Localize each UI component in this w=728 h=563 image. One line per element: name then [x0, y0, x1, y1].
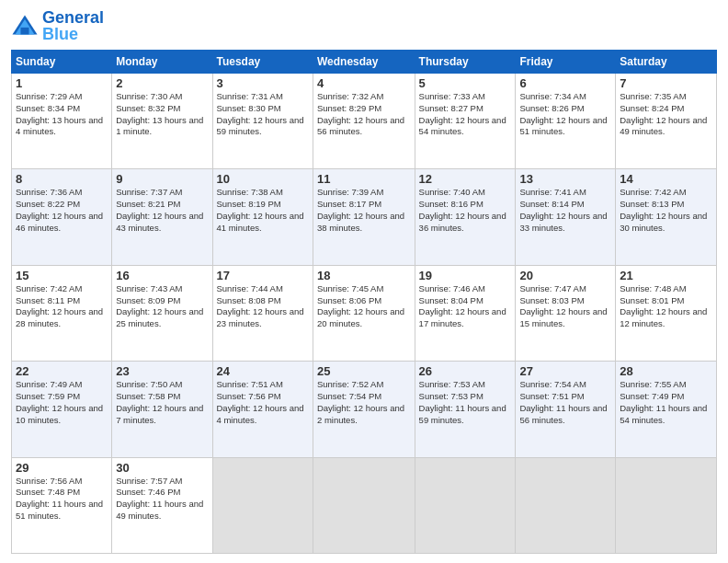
col-monday: Monday — [112, 51, 212, 74]
day-info: Sunrise: 7:32 AMSunset: 8:29 PMDaylight:… — [317, 91, 411, 138]
col-saturday: Saturday — [616, 51, 717, 74]
day-info: Sunrise: 7:56 AMSunset: 7:48 PMDaylight:… — [16, 476, 108, 523]
day-number: 23 — [116, 364, 208, 378]
calendar-day-cell: 24Sunrise: 7:51 AMSunset: 7:56 PMDayligh… — [212, 362, 313, 457]
calendar-day-cell: 27Sunrise: 7:54 AMSunset: 7:51 PMDayligh… — [516, 362, 616, 457]
logo: GeneralBlue — [11, 9, 104, 42]
calendar-day-cell: 15Sunrise: 7:42 AMSunset: 8:11 PMDayligh… — [12, 265, 112, 361]
calendar-day-cell: 8Sunrise: 7:36 AMSunset: 8:22 PMDaylight… — [12, 169, 112, 265]
day-info: Sunrise: 7:50 AMSunset: 7:58 PMDaylight:… — [116, 379, 208, 426]
day-number: 27 — [519, 364, 611, 378]
day-number: 10 — [217, 172, 309, 186]
calendar-day-cell — [313, 457, 415, 553]
logo-text: GeneralBlue — [42, 9, 104, 42]
day-info: Sunrise: 7:47 AMSunset: 8:03 PMDaylight:… — [519, 283, 611, 330]
day-number: 17 — [217, 269, 309, 282]
day-info: Sunrise: 7:52 AMSunset: 7:54 PMDaylight:… — [317, 379, 411, 426]
day-number: 1 — [16, 76, 108, 90]
day-number: 30 — [116, 461, 208, 475]
calendar-table: Sunday Monday Tuesday Wednesday Thursday… — [11, 50, 717, 554]
calendar-day-cell: 6Sunrise: 7:34 AMSunset: 8:26 PMDaylight… — [516, 74, 616, 169]
day-info: Sunrise: 7:53 AMSunset: 7:53 PMDaylight:… — [419, 379, 512, 426]
calendar-header-row: Sunday Monday Tuesday Wednesday Thursday… — [12, 51, 717, 74]
calendar-day-cell: 1Sunrise: 7:29 AMSunset: 8:34 PMDaylight… — [12, 74, 112, 169]
calendar-day-cell: 10Sunrise: 7:38 AMSunset: 8:19 PMDayligh… — [212, 169, 313, 265]
day-info: Sunrise: 7:39 AMSunset: 8:17 PMDaylight:… — [317, 187, 411, 234]
day-info: Sunrise: 7:54 AMSunset: 7:51 PMDaylight:… — [519, 379, 611, 426]
day-number: 21 — [620, 269, 712, 282]
calendar-day-cell — [516, 457, 616, 553]
calendar-day-cell: 7Sunrise: 7:35 AMSunset: 8:24 PMDaylight… — [616, 74, 717, 169]
day-info: Sunrise: 7:45 AMSunset: 8:06 PMDaylight:… — [317, 283, 411, 330]
calendar-week-row: 22Sunrise: 7:49 AMSunset: 7:59 PMDayligh… — [12, 362, 717, 457]
calendar-day-cell: 30Sunrise: 7:57 AMSunset: 7:46 PMDayligh… — [112, 457, 212, 553]
calendar-week-row: 8Sunrise: 7:36 AMSunset: 8:22 PMDaylight… — [12, 169, 717, 265]
calendar-day-cell: 12Sunrise: 7:40 AMSunset: 8:16 PMDayligh… — [415, 169, 516, 265]
calendar-day-cell: 16Sunrise: 7:43 AMSunset: 8:09 PMDayligh… — [112, 265, 212, 361]
day-info: Sunrise: 7:42 AMSunset: 8:13 PMDaylight:… — [620, 187, 712, 234]
day-number: 16 — [116, 269, 208, 282]
calendar-day-cell: 19Sunrise: 7:46 AMSunset: 8:04 PMDayligh… — [415, 265, 516, 361]
day-info: Sunrise: 7:51 AMSunset: 7:56 PMDaylight:… — [217, 379, 309, 426]
col-thursday: Thursday — [415, 51, 516, 74]
calendar-day-cell — [616, 457, 717, 553]
calendar-day-cell — [415, 457, 516, 553]
day-info: Sunrise: 7:35 AMSunset: 8:24 PMDaylight:… — [620, 91, 712, 138]
calendar-day-cell: 13Sunrise: 7:41 AMSunset: 8:14 PMDayligh… — [516, 169, 616, 265]
header: GeneralBlue — [11, 9, 717, 42]
col-tuesday: Tuesday — [212, 51, 313, 74]
calendar-day-cell: 26Sunrise: 7:53 AMSunset: 7:53 PMDayligh… — [415, 362, 516, 457]
calendar-week-row: 1Sunrise: 7:29 AMSunset: 8:34 PMDaylight… — [12, 74, 717, 169]
day-info: Sunrise: 7:48 AMSunset: 8:01 PMDaylight:… — [620, 283, 712, 330]
svg-rect-2 — [21, 28, 29, 35]
day-number: 25 — [317, 364, 411, 378]
calendar-day-cell: 17Sunrise: 7:44 AMSunset: 8:08 PMDayligh… — [212, 265, 313, 361]
day-info: Sunrise: 7:37 AMSunset: 8:21 PMDaylight:… — [116, 187, 208, 234]
calendar-day-cell: 2Sunrise: 7:30 AMSunset: 8:32 PMDaylight… — [112, 74, 212, 169]
calendar-day-cell: 21Sunrise: 7:48 AMSunset: 8:01 PMDayligh… — [616, 265, 717, 361]
col-sunday: Sunday — [12, 51, 112, 74]
day-info: Sunrise: 7:36 AMSunset: 8:22 PMDaylight:… — [16, 187, 108, 234]
day-info: Sunrise: 7:42 AMSunset: 8:11 PMDaylight:… — [16, 283, 108, 330]
calendar-day-cell — [212, 457, 313, 553]
day-number: 6 — [519, 76, 611, 90]
day-info: Sunrise: 7:30 AMSunset: 8:32 PMDaylight:… — [116, 91, 208, 138]
day-number: 15 — [16, 269, 108, 282]
day-info: Sunrise: 7:29 AMSunset: 8:34 PMDaylight:… — [16, 91, 108, 138]
calendar-day-cell: 5Sunrise: 7:33 AMSunset: 8:27 PMDaylight… — [415, 74, 516, 169]
day-number: 2 — [116, 76, 208, 90]
day-number: 8 — [16, 172, 108, 186]
day-info: Sunrise: 7:44 AMSunset: 8:08 PMDaylight:… — [217, 283, 309, 330]
calendar-day-cell: 23Sunrise: 7:50 AMSunset: 7:58 PMDayligh… — [112, 362, 212, 457]
day-info: Sunrise: 7:31 AMSunset: 8:30 PMDaylight:… — [217, 91, 309, 138]
calendar-day-cell: 14Sunrise: 7:42 AMSunset: 8:13 PMDayligh… — [616, 169, 717, 265]
day-info: Sunrise: 7:41 AMSunset: 8:14 PMDaylight:… — [519, 187, 611, 234]
day-number: 26 — [419, 364, 512, 378]
calendar-week-row: 29Sunrise: 7:56 AMSunset: 7:48 PMDayligh… — [12, 457, 717, 553]
day-number: 14 — [620, 172, 712, 186]
page: GeneralBlue Sunday Monday Tuesday Wednes… — [0, 0, 728, 563]
day-info: Sunrise: 7:40 AMSunset: 8:16 PMDaylight:… — [419, 187, 512, 234]
day-number: 5 — [419, 76, 512, 90]
calendar-day-cell: 29Sunrise: 7:56 AMSunset: 7:48 PMDayligh… — [12, 457, 112, 553]
logo-icon — [11, 13, 39, 39]
calendar-week-row: 15Sunrise: 7:42 AMSunset: 8:11 PMDayligh… — [12, 265, 717, 361]
calendar-day-cell: 18Sunrise: 7:45 AMSunset: 8:06 PMDayligh… — [313, 265, 415, 361]
day-number: 11 — [317, 172, 411, 186]
col-wednesday: Wednesday — [313, 51, 415, 74]
day-info: Sunrise: 7:43 AMSunset: 8:09 PMDaylight:… — [116, 283, 208, 330]
day-info: Sunrise: 7:55 AMSunset: 7:49 PMDaylight:… — [620, 379, 712, 426]
day-info: Sunrise: 7:57 AMSunset: 7:46 PMDaylight:… — [116, 476, 208, 523]
day-number: 22 — [16, 364, 108, 378]
day-info: Sunrise: 7:34 AMSunset: 8:26 PMDaylight:… — [519, 91, 611, 138]
day-number: 13 — [519, 172, 611, 186]
col-friday: Friday — [516, 51, 616, 74]
day-info: Sunrise: 7:38 AMSunset: 8:19 PMDaylight:… — [217, 187, 309, 234]
calendar-day-cell: 3Sunrise: 7:31 AMSunset: 8:30 PMDaylight… — [212, 74, 313, 169]
day-number: 29 — [16, 461, 108, 475]
calendar-day-cell: 25Sunrise: 7:52 AMSunset: 7:54 PMDayligh… — [313, 362, 415, 457]
day-number: 20 — [519, 269, 611, 282]
day-info: Sunrise: 7:49 AMSunset: 7:59 PMDaylight:… — [16, 379, 108, 426]
day-number: 7 — [620, 76, 712, 90]
calendar-day-cell: 11Sunrise: 7:39 AMSunset: 8:17 PMDayligh… — [313, 169, 415, 265]
